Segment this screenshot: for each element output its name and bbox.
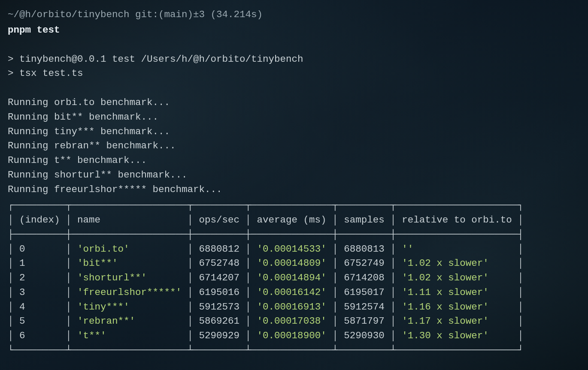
table-cell-relative: '1.16 x slower': [402, 301, 512, 313]
table-row: │ 2 │ 'shorturl**' │ 6714207 │ '0.000148…: [8, 271, 580, 286]
table-cell-average: '0.00018900': [257, 330, 327, 341]
table-cell-name: 'orbi.to': [77, 244, 182, 255]
table-cell-average: '0.00016913': [257, 301, 327, 313]
running-line: Running bit** benchmark...: [8, 110, 580, 125]
table-cell-name: 'freeurlshor*****': [77, 287, 182, 298]
table-cell-relative: '1.02 x slower': [402, 258, 512, 269]
table-cell-name: 't**': [77, 330, 182, 341]
table-cell-average: '0.00016142': [257, 287, 327, 298]
table-cell-name: 'shorturl**': [77, 272, 182, 283]
benchmark-table: ┌─────────┬────────────────────┬────────…: [8, 199, 580, 358]
table-cell-name: 'rebran**': [77, 316, 182, 327]
table-cell-relative: '1.30 x slower': [402, 330, 512, 341]
table-separator: ├─────────┼────────────────────┼────────…: [8, 228, 580, 242]
npm-script-line: > tsx test.ts: [8, 66, 580, 81]
running-line: Running freeurlshor***** benchmark...: [8, 183, 580, 197]
table-cell-name: 'bit**': [77, 258, 182, 269]
shell-prompt: ~/@h/orbito/tinybench git:(main)±3 (34.2…: [8, 8, 580, 22]
running-line: Running orbi.to benchmark...: [8, 96, 580, 110]
benchmark-running-output: Running orbi.to benchmark... Running bit…: [8, 96, 580, 197]
running-line: Running t** benchmark...: [8, 153, 580, 168]
table-cell-average: '0.00014894': [257, 272, 327, 283]
table-row: │ 6 │ 't**' │ 5290929 │ '0.00018900' │ 5…: [8, 329, 580, 343]
table-cell-relative: '1.02 x slower': [402, 272, 512, 283]
table-cell-average: '0.00014809': [257, 258, 327, 269]
blank-line: [8, 81, 580, 96]
table-row: │ 4 │ 'tiny***' │ 5912573 │ '0.00016913'…: [8, 300, 580, 315]
table-border-top: ┌─────────┬────────────────────┬────────…: [8, 199, 580, 213]
running-line: Running tiny*** benchmark...: [8, 125, 580, 139]
table-row: │ 0 │ 'orbi.to' │ 6880812 │ '0.00014533'…: [8, 242, 580, 257]
table-cell-average: '0.00014533': [257, 244, 327, 255]
table-cell-relative: '': [402, 244, 512, 255]
table-header-row: │ (index) │ name │ ops/sec │ average (ms…: [8, 213, 580, 228]
table-row: │ 3 │ 'freeurlshor*****' │ 6195016 │ '0.…: [8, 286, 580, 300]
table-cell-name: 'tiny***': [77, 301, 182, 313]
table-row: │ 1 │ 'bit**' │ 6752748 │ '0.00014809' │…: [8, 256, 580, 271]
table-border-bottom: └─────────┴────────────────────┴────────…: [8, 343, 580, 358]
running-line: Running rebran** benchmark...: [8, 139, 580, 153]
table-cell-average: '0.00017038': [257, 316, 327, 327]
running-line: Running shorturl** benchmark...: [8, 168, 580, 183]
npm-script-line: > tinybench@0.0.1 test /Users/h/@h/orbit…: [8, 52, 580, 67]
table-cell-relative: '1.17 x slower': [402, 316, 512, 327]
table-cell-relative: '1.11 x slower': [402, 287, 512, 298]
script-output: > tinybench@0.0.1 test /Users/h/@h/orbit…: [8, 52, 580, 81]
table-row: │ 5 │ 'rebran**' │ 5869261 │ '0.00017038…: [8, 314, 580, 329]
shell-command[interactable]: pnpm test: [8, 23, 580, 38]
